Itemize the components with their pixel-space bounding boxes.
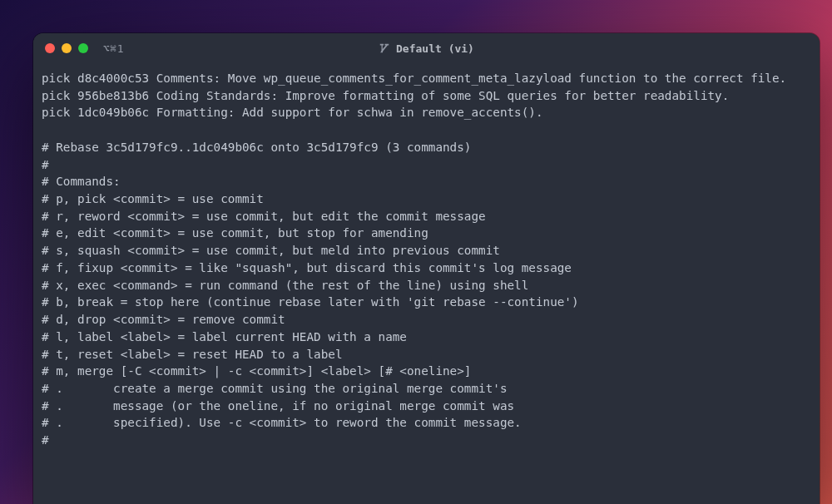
- vim-icon: [379, 42, 390, 54]
- maximize-button[interactable]: [78, 43, 88, 53]
- editor-content[interactable]: pick d8c4000c53 Comments: Move wp_queue_…: [33, 63, 820, 504]
- minimize-button[interactable]: [62, 43, 72, 53]
- tab-shortcut-hint: ⌥⌘1: [103, 42, 124, 55]
- traffic-lights: [45, 43, 88, 53]
- titlebar: ⌥⌘1 Default (vi): [33, 33, 820, 63]
- window-title: Default (vi): [33, 42, 820, 55]
- close-button[interactable]: [45, 43, 55, 53]
- terminal-window: ⌥⌘1 Default (vi) pick d8c4000c53 Comment…: [33, 33, 820, 504]
- window-title-text: Default (vi): [396, 42, 474, 55]
